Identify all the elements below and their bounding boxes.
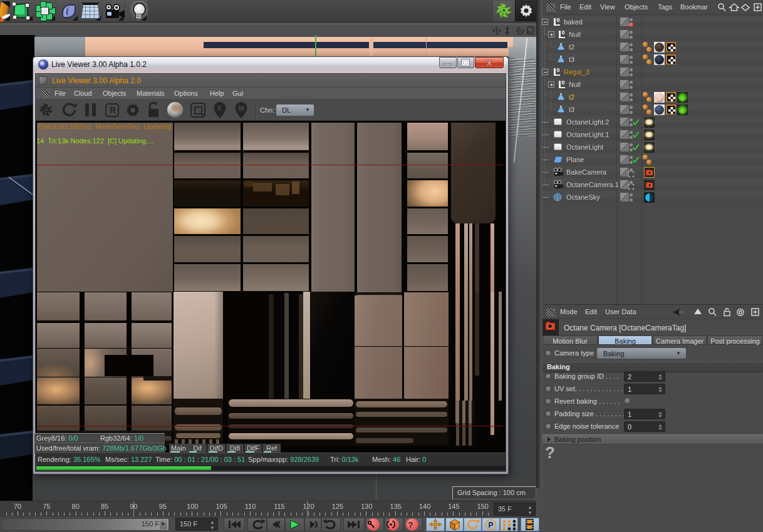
- svg-text:X: X: [487, 59, 492, 68]
- svg-text:?: ?: [408, 520, 413, 529]
- svg-text:F: F: [218, 105, 222, 112]
- svg-text:M: M: [238, 105, 244, 112]
- svg-text:P: P: [488, 521, 493, 529]
